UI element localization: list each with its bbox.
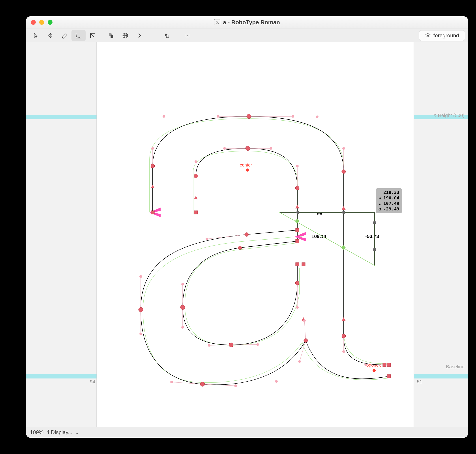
svg-point-39 bbox=[304, 339, 308, 342]
svg-point-49 bbox=[238, 246, 242, 250]
svg-point-40 bbox=[200, 382, 205, 386]
svg-rect-31 bbox=[151, 211, 154, 214]
svg-point-75 bbox=[181, 326, 184, 329]
svg-point-59 bbox=[342, 350, 345, 353]
svg-point-67 bbox=[205, 238, 208, 240]
window-traffic-lights bbox=[31, 20, 52, 25]
svg-point-50 bbox=[180, 305, 185, 310]
svg-point-65 bbox=[139, 333, 142, 335]
svg-point-74 bbox=[181, 283, 184, 286]
svg-point-46 bbox=[246, 146, 250, 151]
angle-tool[interactable] bbox=[86, 30, 100, 41]
svg-point-71 bbox=[223, 147, 226, 150]
svg-point-72 bbox=[270, 147, 272, 150]
svg-rect-44 bbox=[194, 211, 198, 214]
svg-point-66 bbox=[139, 275, 142, 278]
svg-point-84 bbox=[296, 211, 299, 214]
ufo-file-icon: UUFO bbox=[214, 19, 220, 25]
selection-tool[interactable] bbox=[29, 30, 43, 41]
svg-text:4: 4 bbox=[187, 34, 188, 37]
statusbar: 109% ▴▾ Display... ⌄ bbox=[26, 427, 468, 438]
zoom-level[interactable]: 109% bbox=[30, 429, 44, 435]
svg-point-62 bbox=[298, 360, 301, 363]
measurement-overlay bbox=[280, 211, 376, 265]
svg-rect-38 bbox=[387, 375, 391, 378]
svg-rect-2 bbox=[111, 35, 114, 38]
layers-icon bbox=[425, 33, 431, 38]
svg-point-68 bbox=[162, 115, 165, 118]
glyph-svg bbox=[26, 42, 468, 427]
svg-point-86 bbox=[373, 221, 376, 224]
svg-rect-48 bbox=[296, 239, 299, 243]
svg-point-47 bbox=[295, 186, 299, 190]
bounds-tool[interactable]: 4 bbox=[180, 30, 195, 41]
svg-point-69 bbox=[316, 115, 319, 118]
titlebar: UUFO a - RoboType Roman bbox=[26, 16, 468, 29]
pen-tool[interactable] bbox=[43, 30, 57, 41]
measurement-tool[interactable] bbox=[72, 30, 86, 41]
app-window: UUFO a - RoboType Roman bbox=[26, 16, 468, 438]
svg-point-52 bbox=[295, 281, 299, 285]
slice-tool[interactable] bbox=[57, 30, 72, 41]
svg-point-64 bbox=[170, 381, 173, 383]
svg-point-51 bbox=[229, 343, 233, 347]
svg-rect-37 bbox=[387, 363, 391, 367]
svg-point-73 bbox=[296, 165, 299, 167]
svg-rect-43 bbox=[296, 228, 299, 232]
svg-rect-53 bbox=[296, 263, 299, 266]
svg-rect-54 bbox=[302, 263, 305, 266]
overlap-tool[interactable] bbox=[160, 30, 174, 41]
shapes-tool[interactable] bbox=[104, 30, 118, 41]
svg-rect-36 bbox=[383, 363, 386, 367]
window-title: a - RoboType Roman bbox=[223, 19, 280, 26]
svg-point-61 bbox=[303, 319, 306, 322]
layer-selector-label: foreground bbox=[433, 32, 459, 39]
toolbar: 4 foreground bbox=[26, 29, 468, 43]
svg-point-35 bbox=[342, 334, 346, 338]
global-tool[interactable] bbox=[118, 30, 132, 41]
layer-selector[interactable]: foreground bbox=[419, 30, 465, 41]
svg-point-34 bbox=[342, 170, 346, 174]
anchor-center-point bbox=[246, 168, 249, 172]
svg-point-32 bbox=[151, 164, 155, 168]
svg-line-17 bbox=[203, 384, 235, 386]
svg-point-76 bbox=[208, 344, 210, 347]
svg-point-58 bbox=[342, 147, 345, 150]
svg-point-63 bbox=[234, 385, 237, 387]
display-menu[interactable]: ▴▾ Display... ⌄ bbox=[47, 429, 78, 435]
svg-point-56 bbox=[217, 115, 219, 118]
svg-point-78 bbox=[296, 306, 299, 309]
close-window-button[interactable] bbox=[31, 20, 36, 25]
svg-point-57 bbox=[292, 115, 294, 118]
maximize-window-button[interactable] bbox=[48, 20, 52, 25]
svg-line-21 bbox=[207, 235, 247, 239]
svg-point-33 bbox=[247, 114, 251, 119]
minimize-window-button[interactable] bbox=[39, 20, 44, 25]
svg-point-45 bbox=[194, 174, 198, 178]
canvas[interactable]: X Height (500) Baseline Descender (-150)… bbox=[26, 42, 468, 427]
svg-point-83 bbox=[342, 211, 345, 214]
anchor-ogonek-point bbox=[373, 369, 376, 372]
svg-line-29 bbox=[231, 344, 258, 345]
more-tools[interactable] bbox=[132, 30, 146, 41]
svg-point-77 bbox=[256, 343, 259, 346]
svg-point-87 bbox=[373, 248, 376, 251]
svg-point-70 bbox=[195, 160, 197, 163]
svg-point-41 bbox=[139, 307, 143, 312]
svg-point-42 bbox=[245, 233, 249, 236]
svg-point-60 bbox=[364, 363, 367, 366]
svg-point-55 bbox=[151, 147, 154, 150]
svg-point-79 bbox=[275, 380, 278, 383]
svg-rect-6 bbox=[166, 35, 169, 38]
svg-line-15 bbox=[304, 321, 306, 340]
svg-rect-80 bbox=[295, 219, 299, 223]
